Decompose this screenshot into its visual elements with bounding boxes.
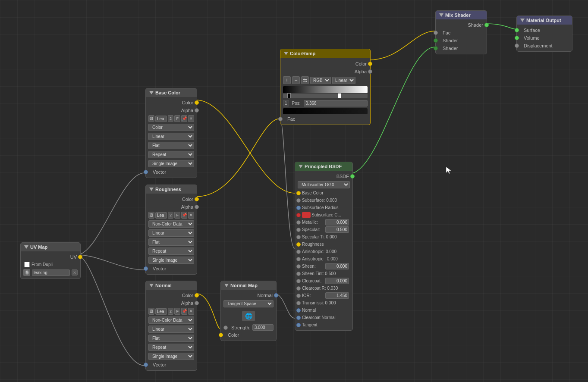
ramp-rgb-select[interactable]: RGB bbox=[310, 77, 331, 84]
collapse-triangle[interactable] bbox=[520, 19, 525, 22]
displacement-socket[interactable] bbox=[515, 44, 519, 48]
img-icon-1[interactable]: 🖼 bbox=[148, 115, 154, 122]
ior-socket[interactable] bbox=[296, 294, 301, 298]
pos-index-btn[interactable]: 1 bbox=[283, 100, 289, 106]
color-dropdown[interactable]: Color bbox=[148, 124, 194, 131]
collapse-triangle[interactable] bbox=[284, 52, 288, 55]
collapse-triangle[interactable] bbox=[149, 284, 154, 287]
img-icon-x[interactable]: ✕ bbox=[188, 115, 194, 122]
normal-map-color-socket[interactable] bbox=[219, 333, 223, 337]
color-socket-out[interactable] bbox=[195, 100, 199, 105]
roughness-proj[interactable]: Flat bbox=[148, 238, 194, 246]
collapse-triangle[interactable] bbox=[299, 165, 303, 168]
img-icon-f[interactable]: F bbox=[174, 115, 180, 122]
clearcoat-value[interactable]: 0.000 bbox=[325, 278, 349, 284]
specular-tint-socket[interactable] bbox=[296, 235, 301, 239]
interp-dropdown[interactable]: Linear bbox=[148, 133, 194, 140]
roughness-img-1[interactable]: 🖼 bbox=[148, 212, 154, 219]
fac-socket-in[interactable] bbox=[278, 117, 283, 121]
metallic-socket[interactable] bbox=[296, 220, 301, 225]
mix-shader-socket-out[interactable] bbox=[484, 23, 489, 27]
specular-value[interactable]: 0.500 bbox=[325, 226, 349, 233]
roughness-input-socket[interactable] bbox=[296, 242, 301, 247]
collapse-triangle[interactable] bbox=[24, 245, 28, 249]
normal-color-space[interactable]: Non-Color Data bbox=[148, 316, 194, 324]
specular-socket[interactable] bbox=[296, 228, 301, 232]
normal-proj[interactable]: Flat bbox=[148, 335, 194, 342]
ramp-alpha-socket[interactable] bbox=[368, 69, 372, 74]
uv-clear-btn[interactable]: ✕ bbox=[72, 269, 78, 276]
mix-shader2-socket[interactable] bbox=[434, 46, 438, 50]
aniso-rot-socket[interactable] bbox=[296, 257, 301, 261]
strength-socket[interactable] bbox=[223, 326, 228, 330]
vector-socket-in[interactable] bbox=[144, 170, 148, 174]
img-icon-2[interactable]: 2 bbox=[168, 115, 174, 122]
ramp-color-socket[interactable] bbox=[368, 62, 372, 66]
roughness-interp[interactable]: Linear bbox=[148, 229, 194, 237]
normal-img-name[interactable]: Lea bbox=[155, 308, 167, 315]
normal-color-socket[interactable] bbox=[195, 293, 199, 297]
ramp-mode-select[interactable]: Linear bbox=[332, 77, 355, 84]
volume-socket[interactable] bbox=[515, 36, 519, 40]
collapse-triangle[interactable] bbox=[439, 13, 443, 17]
roughness-color-space[interactable]: Non-Color Data bbox=[148, 220, 194, 228]
clearcoat-normal-socket[interactable] bbox=[296, 316, 301, 320]
collapse-triangle[interactable] bbox=[224, 284, 229, 287]
sheen-socket[interactable] bbox=[296, 264, 301, 269]
ior-value[interactable]: 1.450 bbox=[325, 292, 349, 299]
subsurface-color-socket[interactable] bbox=[296, 213, 301, 217]
roughness-img-2[interactable]: 2 bbox=[168, 212, 174, 219]
roughness-extend[interactable]: Repeat bbox=[148, 247, 194, 255]
normal-img-2[interactable]: 2 bbox=[168, 308, 174, 315]
roughness-alpha-socket[interactable] bbox=[195, 205, 199, 209]
roughness-source[interactable]: Single Image bbox=[148, 257, 194, 264]
ramp-remove-btn[interactable]: − bbox=[292, 76, 300, 84]
ramp-add-btn[interactable]: + bbox=[283, 76, 291, 84]
subsurface-radius-socket[interactable] bbox=[296, 206, 301, 210]
img-icon-pin[interactable]: 📌 bbox=[181, 115, 187, 122]
normal-alpha-socket[interactable] bbox=[195, 301, 199, 305]
sheen-value[interactable]: 0.000 bbox=[325, 263, 349, 269]
collapse-triangle[interactable] bbox=[149, 188, 154, 191]
normal-img-1[interactable]: 🖼 bbox=[148, 308, 154, 315]
roughness-img-pin[interactable]: 📌 bbox=[181, 212, 187, 219]
normal-input-socket[interactable] bbox=[296, 308, 301, 313]
tangent-socket[interactable] bbox=[296, 323, 301, 327]
mix-fac-socket[interactable] bbox=[434, 31, 438, 35]
normal-vector-socket[interactable] bbox=[144, 363, 148, 367]
subsurface-color-swatch[interactable] bbox=[302, 212, 311, 218]
extend-dropdown[interactable]: Repeat bbox=[148, 151, 194, 158]
mix-shader1-socket[interactable] bbox=[434, 38, 438, 43]
roughness-img-name[interactable]: Lea bbox=[155, 212, 167, 219]
uv-field-value[interactable]: leaking bbox=[32, 269, 70, 276]
subsurface-socket[interactable] bbox=[296, 198, 301, 203]
transmission-socket[interactable] bbox=[296, 301, 301, 305]
normal-interp[interactable]: Linear bbox=[148, 326, 194, 333]
ramp-flip-btn[interactable]: ⇆ bbox=[301, 76, 309, 84]
metallic-value[interactable]: 0.000 bbox=[325, 219, 349, 225]
normal-img-f[interactable]: F bbox=[174, 308, 180, 315]
roughness-img-f[interactable]: F bbox=[174, 212, 180, 219]
from-dupli-checkbox[interactable] bbox=[24, 262, 30, 267]
proj-dropdown[interactable]: Flat bbox=[148, 142, 194, 149]
collapse-triangle[interactable] bbox=[149, 91, 154, 94]
roughness-img-x[interactable]: ✕ bbox=[188, 212, 194, 219]
surface-socket[interactable] bbox=[515, 28, 519, 32]
tangent-dropdown[interactable]: Tangent Space bbox=[223, 300, 274, 307]
alpha-socket-out[interactable] bbox=[195, 108, 199, 113]
sheen-tint-socket[interactable] bbox=[296, 272, 301, 276]
strength-value[interactable]: 3.000 bbox=[252, 324, 274, 331]
anisotropic-socket[interactable] bbox=[296, 250, 301, 254]
img-name-field[interactable]: Lea bbox=[155, 116, 167, 122]
clearcoat-r-socket[interactable] bbox=[296, 286, 301, 291]
source-dropdown[interactable]: Single Image bbox=[148, 160, 194, 167]
roughness-color-socket[interactable] bbox=[195, 197, 199, 201]
multiscatter-dropdown[interactable]: Multiscatter GGX bbox=[298, 181, 350, 188]
normal-img-x[interactable]: ✕ bbox=[188, 308, 194, 315]
normal-img-pin[interactable]: 📌 bbox=[181, 308, 187, 315]
base-color-socket-in[interactable] bbox=[296, 191, 301, 195]
bsdf-socket-out[interactable] bbox=[350, 174, 355, 178]
uv-socket-out[interactable] bbox=[78, 255, 82, 259]
normal-map-socket-out[interactable] bbox=[274, 293, 278, 297]
clearcoat-socket[interactable] bbox=[296, 279, 301, 283]
